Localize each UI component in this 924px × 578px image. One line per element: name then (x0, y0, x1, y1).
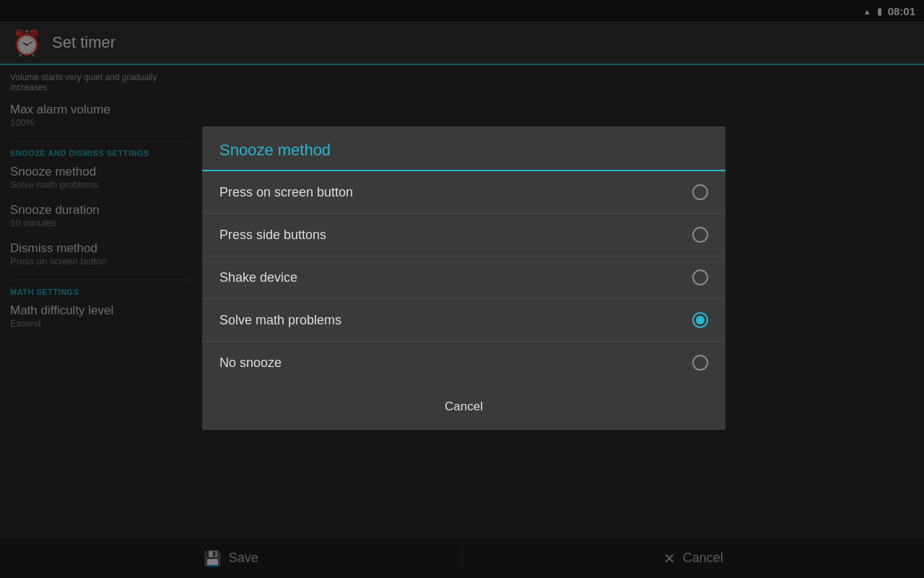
option-press-screen-label: Press on screen button (219, 185, 353, 200)
dialog-header: Snooze method (202, 126, 725, 171)
option-no-snooze-radio (692, 355, 708, 371)
option-shake-device-label: Shake device (219, 270, 297, 285)
option-shake-device-radio (692, 269, 708, 285)
dialog-cancel-button[interactable]: Cancel (416, 395, 512, 418)
dialog-cancel-row: Cancel (202, 384, 725, 430)
option-press-side[interactable]: Press side buttons (202, 214, 725, 256)
option-solve-math[interactable]: Solve math problems (202, 299, 725, 342)
snooze-method-dialog: Snooze method Press on screen button Pre… (202, 126, 725, 430)
option-no-snooze-label: No snooze (219, 355, 282, 371)
option-solve-math-radio (692, 312, 708, 328)
radio-inner-dot (696, 316, 705, 324)
option-press-side-radio (692, 227, 708, 243)
option-shake-device[interactable]: Shake device (202, 256, 725, 299)
option-press-screen[interactable]: Press on screen button (202, 171, 725, 214)
dialog-title: Snooze method (219, 141, 331, 159)
option-no-snooze[interactable]: No snooze (202, 342, 725, 384)
option-press-side-label: Press side buttons (219, 228, 326, 243)
option-solve-math-label: Solve math problems (219, 313, 341, 328)
option-press-screen-radio (692, 184, 708, 200)
